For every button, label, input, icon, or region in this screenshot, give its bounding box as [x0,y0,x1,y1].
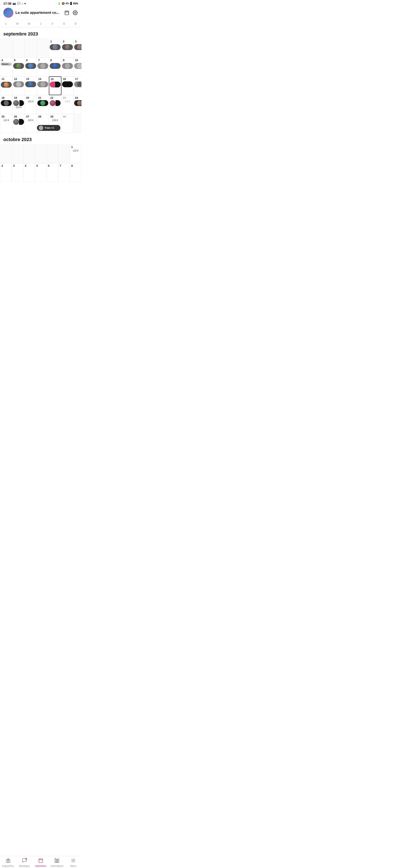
day-cell-sep-25[interactable]: 25 120 € [0,114,12,133]
matahi-label: Matahi ... [1,63,12,66]
day-M1: M [12,21,23,26]
day-cell-sep-13[interactable]: 13 [25,76,37,95]
day-cell-sep-15[interactable]: 15 [49,76,61,95]
mute-icon: 🔇 [62,2,65,5]
day-cell-oct-6[interactable]: 6 [47,163,58,182]
day-cell-sep-26[interactable]: 26 [12,114,25,133]
signal-icon: ▋ [70,2,72,5]
booking-pill [37,82,48,87]
message-bubble-icon: 💬 [17,2,21,5]
calendar-grid-october[interactable]: 1 120 € 2 3 4 5 6 7 8 [0,145,82,182]
booking-pill [74,63,82,69]
main-content: septembre 2023 1 2 3 [0,27,82,209]
app-header: La suite appartement co... [0,6,82,20]
day-cell-oct-7[interactable]: 7 [58,163,70,182]
day-cell-sep-5[interactable]: 5 [12,58,25,76]
day-cell-sep-11[interactable]: 11 [0,76,12,95]
day-cell-sep-30[interactable]: 30 [61,114,74,133]
booking-pill [1,82,12,88]
settings-icon[interactable] [72,10,78,16]
empty-cell [74,114,82,133]
empty-cell [23,145,35,163]
day-L: L [0,21,12,26]
day-cell-sep-19[interactable]: 19 120 € [12,95,25,114]
booking-pill [50,63,61,69]
day-cell-sep-16[interactable]: 16 [61,76,74,95]
day-cell-sep-28[interactable]: 28 Ynes +1 [37,114,49,133]
price-label: 130 € [52,119,58,121]
day-cell-sep-6[interactable]: 6 [25,58,37,76]
day-cell-sep-20[interactable]: 20 120 € [25,95,37,114]
booking-pill-two [50,100,61,106]
booking-pill [37,63,48,69]
day-V: V [47,21,58,26]
day-cell-sep-10[interactable]: 10 [74,58,82,76]
price-label: 120 € [28,100,34,103]
empty-cell [0,39,12,58]
price-label: 120 € [16,106,22,108]
booking-pill [25,82,36,87]
day-cell-sep-27[interactable]: 27 120 € [25,114,37,133]
booking-pill [74,44,82,50]
booking-pill [74,82,82,87]
booking-pill [50,44,61,50]
booking-pill-two [13,119,24,125]
day-cell-sep-23[interactable]: 23 130 € [61,95,74,114]
status-right: 🔋 🔇 4G+ ▋ 65% [58,2,78,5]
calendar-icon[interactable] [64,10,70,16]
day-cell-oct-8[interactable]: 8 [70,163,82,182]
empty-cell [12,145,23,163]
tiktok-icon: ♪ [22,2,23,5]
day-cell-sep-12[interactable]: 12 [12,76,25,95]
price-label: 120 € [73,149,79,152]
day-cell-sep-8[interactable]: 8 [49,58,61,76]
month-title-october: octobre 2023 [0,133,82,145]
day-cell-sep-9[interactable]: 9 [61,58,74,76]
day-cell-sep-24[interactable]: 24 [74,95,82,114]
day-cell-sep-1[interactable]: 1 [49,39,61,58]
day-cell-oct-1[interactable]: 1 120 € [70,145,82,163]
photo-icon: 📷 [12,2,16,5]
day-cell-sep-14[interactable]: 14 [37,76,49,95]
empty-cell [58,145,70,163]
day-S: S [58,21,70,26]
app-title: La suite appartement co... [16,11,62,15]
avatar[interactable] [3,8,13,18]
price-label: 120 € [28,119,34,121]
price-label: 120 € [3,119,9,121]
day-cell-oct-4[interactable]: 4 [23,163,35,182]
day-D: D [70,21,82,26]
booking-pill [1,100,12,106]
day-M2: M [23,21,35,26]
day-cell-oct-3[interactable]: 3 [12,163,23,182]
day-cell-oct-5[interactable]: 5 [35,163,47,182]
ynes-pill: Ynes +1 [37,125,60,131]
booking-pill [62,82,73,87]
day-cell-sep-7[interactable]: 7 [37,58,49,76]
notification-dot [24,3,26,4]
svg-point-4 [75,12,76,13]
day-cell-oct-2[interactable]: 2 [0,163,12,182]
day-cell-sep-3[interactable]: 3 [74,39,82,58]
day-headers: L M M J V S D [0,20,82,27]
day-cell-sep-17[interactable]: 17 [74,76,82,95]
booking-pill [37,100,48,106]
calendar-grid-september[interactable]: 1 2 3 4 Matahi ... 5 [0,39,82,133]
status-left: 17:38 📷 💬 ♪ [3,2,26,5]
empty-cell [35,145,47,163]
battery-level: 65% [73,2,78,5]
day-cell-sep-18[interactable]: 18 [0,95,12,114]
booking-pill-two [13,100,24,106]
day-cell-sep-4[interactable]: 4 Matahi ... [0,58,12,76]
booking-pill [13,63,24,69]
day-cell-sep-2[interactable]: 2 [61,39,74,58]
day-cell-sep-21[interactable]: 21 [37,95,49,114]
day-cell-sep-22[interactable]: 22 [49,95,61,114]
header-icons [64,10,78,16]
price-label: 130 € [64,100,70,103]
booking-pill-split [50,82,61,87]
empty-cell [37,39,49,58]
booking-pill [25,63,36,69]
booking-pill [74,100,82,106]
status-bar: 17:38 📷 💬 ♪ 🔋 🔇 4G+ ▋ 65% [0,0,82,6]
